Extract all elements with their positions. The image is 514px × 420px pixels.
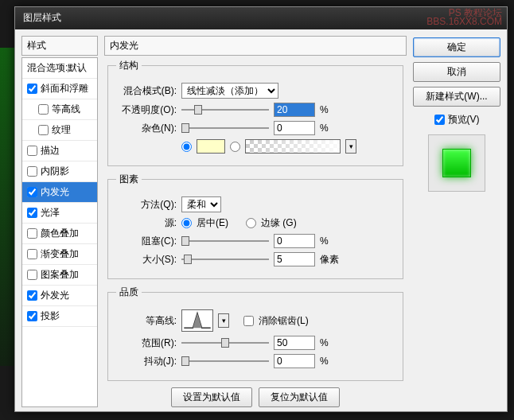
elements-group: 图素 方法(Q): 柔和 源: 居中(E) 边缘 (G) 阻塞(C):	[107, 173, 403, 279]
center-header: 内发光	[104, 36, 407, 56]
contour-dropdown-icon[interactable]: ▾	[218, 313, 229, 328]
quality-legend: 品质	[116, 286, 142, 299]
jitter-label: 抖动(J):	[116, 355, 177, 368]
elements-legend: 图素	[116, 173, 142, 186]
titlebar[interactable]: 图层样式 PS 教程论坛BBS.16XX8.COM	[15, 7, 507, 29]
cancel-button[interactable]: 取消	[413, 62, 500, 82]
source-center-label: 居中(E)	[197, 216, 228, 230]
choke-label: 阻塞(C):	[116, 235, 177, 248]
style-item-6[interactable]: 内发光	[22, 182, 97, 203]
choke-slider[interactable]	[181, 235, 269, 247]
style-label-6: 内发光	[41, 185, 69, 199]
style-label-0: 混合选项:默认	[27, 61, 87, 75]
color-radio[interactable]	[181, 142, 192, 152]
source-center-radio[interactable]	[181, 218, 192, 228]
range-unit: %	[320, 337, 339, 348]
gradient-dropdown-icon[interactable]: ▾	[345, 139, 356, 154]
noise-unit: %	[320, 122, 339, 134]
styles-header: 样式	[21, 36, 98, 56]
choke-input[interactable]	[274, 234, 315, 248]
style-label-11: 外发光	[41, 289, 69, 302]
structure-legend: 结构	[116, 59, 142, 72]
method-select[interactable]: 柔和	[181, 196, 221, 212]
style-item-4[interactable]: 描边	[22, 141, 97, 161]
style-checkbox-12[interactable]	[27, 311, 37, 321]
style-label-3: 纹理	[52, 123, 71, 137]
method-label: 方法(Q):	[116, 198, 177, 212]
gradient-swatch[interactable]	[245, 139, 341, 154]
preview-square-icon	[442, 149, 471, 177]
style-item-9[interactable]: 渐变叠加	[22, 244, 97, 265]
source-label: 源:	[116, 216, 177, 230]
new-style-button[interactable]: 新建样式(W)...	[413, 87, 500, 107]
size-slider[interactable]	[181, 254, 269, 265]
style-checkbox-6[interactable]	[27, 187, 37, 197]
noise-slider[interactable]	[181, 122, 269, 134]
style-checkbox-10[interactable]	[27, 270, 37, 280]
style-checkbox-8[interactable]	[27, 228, 37, 239]
blend-mode-select[interactable]: 线性减淡（添加）	[181, 83, 278, 99]
dialog-title: 图层样式	[23, 12, 61, 23]
style-item-2[interactable]: 等高线	[22, 99, 97, 120]
antialias-checkbox[interactable]	[243, 316, 254, 326]
style-checkbox-3[interactable]	[38, 125, 49, 135]
reset-default-button[interactable]: 复位为默认值	[259, 387, 340, 407]
styles-list: 混合选项:默认斜面和浮雕等高线纹理描边内阴影内发光光泽颜色叠加渐变叠加图案叠加外…	[21, 57, 98, 407]
opacity-unit: %	[320, 104, 339, 115]
jitter-slider[interactable]	[181, 356, 269, 367]
set-default-button[interactable]: 设置为默认值	[171, 387, 252, 407]
jitter-unit: %	[320, 356, 339, 367]
style-item-10[interactable]: 图案叠加	[22, 265, 97, 286]
opacity-label: 不透明度(O):	[116, 103, 177, 117]
size-input[interactable]	[274, 252, 315, 266]
range-label: 范围(R):	[116, 336, 177, 350]
style-label-9: 渐变叠加	[41, 247, 79, 261]
noise-label: 杂色(N):	[116, 122, 177, 135]
range-slider[interactable]	[181, 337, 269, 348]
style-item-5[interactable]: 内阴影	[22, 161, 97, 182]
opacity-slider[interactable]	[181, 104, 269, 115]
blend-mode-label: 混合模式(B):	[116, 84, 177, 98]
gradient-radio[interactable]	[230, 142, 240, 152]
style-label-8: 颜色叠加	[41, 227, 79, 240]
style-item-11[interactable]: 外发光	[22, 286, 97, 306]
style-checkbox-2[interactable]	[38, 104, 49, 115]
style-item-12[interactable]: 投影	[22, 306, 97, 327]
style-checkbox-11[interactable]	[27, 290, 37, 301]
center-panel: 内发光 结构 混合模式(B): 线性减淡（添加） 不透明度(O): % 杂色(N…	[104, 36, 407, 405]
style-item-8[interactable]: 颜色叠加	[22, 224, 97, 244]
noise-input[interactable]	[274, 121, 315, 135]
right-panel: 确定 取消 新建样式(W)... 预览(V)	[413, 36, 500, 405]
style-label-5: 内阴影	[41, 165, 69, 178]
style-checkbox-7[interactable]	[27, 208, 37, 218]
style-label-10: 图案叠加	[41, 268, 79, 282]
styles-panel: 样式 混合选项:默认斜面和浮雕等高线纹理描边内阴影内发光光泽颜色叠加渐变叠加图案…	[21, 36, 98, 405]
contour-swatch[interactable]	[181, 309, 213, 332]
quality-group: 品质 等高线: ▾ 消除锯齿(L) 范围(R): %	[107, 286, 403, 381]
source-edge-radio[interactable]	[246, 218, 256, 228]
jitter-input[interactable]	[274, 354, 315, 368]
preview-checkbox[interactable]	[434, 115, 445, 125]
preview-box	[428, 134, 485, 192]
style-item-1[interactable]: 斜面和浮雕	[22, 79, 97, 99]
antialias-label: 消除锯齿(L)	[259, 314, 309, 328]
style-label-12: 投影	[41, 309, 60, 323]
color-swatch[interactable]	[197, 139, 225, 154]
style-checkbox-5[interactable]	[27, 166, 37, 177]
watermark: PS 教程论坛BBS.16XX8.COM	[426, 9, 502, 26]
choke-unit: %	[320, 235, 339, 247]
style-item-7[interactable]: 光泽	[22, 203, 97, 224]
size-label: 大小(S):	[116, 253, 177, 266]
contour-label: 等高线:	[116, 314, 177, 328]
style-checkbox-1[interactable]	[27, 84, 37, 94]
style-checkbox-4[interactable]	[27, 146, 37, 156]
size-unit: 像素	[320, 253, 339, 266]
ok-button[interactable]: 确定	[413, 37, 500, 57]
style-item-0[interactable]: 混合选项:默认	[22, 58, 97, 79]
range-input[interactable]	[274, 336, 315, 350]
style-label-7: 光泽	[41, 206, 60, 220]
style-checkbox-9[interactable]	[27, 249, 37, 259]
style-label-1: 斜面和浮雕	[41, 82, 88, 95]
style-item-3[interactable]: 纹理	[22, 120, 97, 141]
opacity-input[interactable]	[274, 103, 315, 117]
